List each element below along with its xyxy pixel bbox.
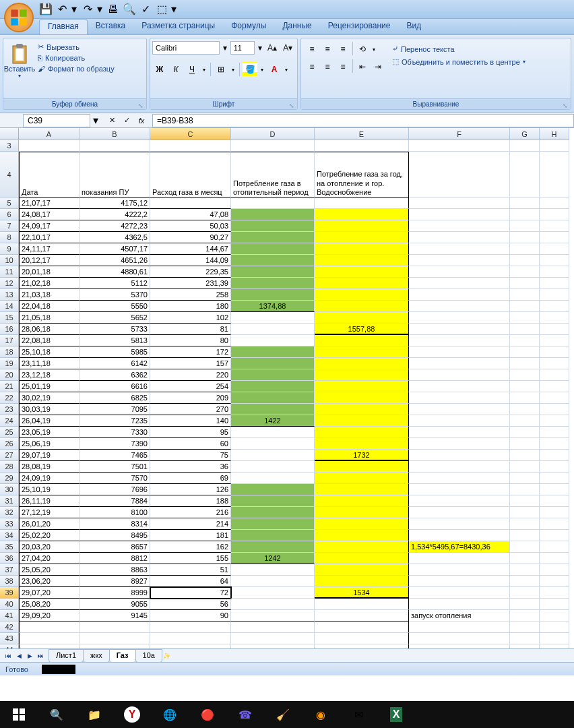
cell[interactable] [231, 232, 315, 243]
cell[interactable]: 95 [150, 427, 231, 438]
cell[interactable] [231, 633, 315, 644]
cell[interactable] [315, 644, 409, 648]
cell[interactable] [315, 209, 409, 220]
cell[interactable] [231, 243, 315, 255]
font-size-dd[interactable]: ▾ [256, 40, 264, 55]
cell[interactable] [315, 564, 409, 576]
cell[interactable]: 9055 [79, 599, 150, 610]
cell[interactable]: 72 [150, 587, 231, 599]
col-header[interactable]: A [19, 128, 79, 140]
row-header[interactable]: 42 [0, 621, 19, 633]
row-header[interactable]: 12 [0, 278, 19, 289]
row-header[interactable]: 8 [0, 232, 19, 243]
cell[interactable] [315, 610, 409, 621]
cell[interactable] [79, 140, 150, 152]
row-header[interactable]: 6 [0, 209, 19, 220]
cell[interactable]: 25,05,20 [19, 564, 79, 576]
cell[interactable] [409, 209, 510, 220]
bold-button[interactable]: Ж [152, 62, 167, 77]
cell[interactable] [540, 381, 569, 392]
dialog-launcher-icon[interactable]: ⤡ [561, 100, 569, 109]
cell[interactable]: 7095 [79, 404, 150, 415]
qat-sort[interactable]: ⬚ [155, 3, 168, 16]
cell[interactable] [540, 633, 569, 644]
browser-button[interactable]: 🌐 [159, 704, 181, 725]
cell[interactable]: 5733 [79, 324, 150, 335]
cell[interactable] [510, 427, 540, 438]
cell[interactable] [409, 392, 510, 404]
cell[interactable] [510, 576, 540, 587]
cell[interactable] [79, 644, 150, 648]
cell[interactable]: 21,05,18 [19, 312, 79, 324]
qat-preview[interactable]: 🔍 [123, 3, 136, 16]
cell[interactable] [540, 576, 569, 587]
row-header[interactable]: 34 [0, 530, 19, 541]
cell[interactable]: 29,07,19 [19, 450, 79, 461]
cell[interactable] [150, 198, 231, 209]
underline-button[interactable]: Ч [185, 62, 199, 77]
mail-button[interactable]: ✉ [348, 704, 369, 725]
cell[interactable] [231, 587, 315, 599]
cell[interactable] [150, 633, 231, 644]
cell[interactable] [409, 518, 510, 530]
cell[interactable]: запуск отопления [409, 610, 510, 621]
spreadsheet-grid[interactable]: ABCDEFGH34Датапоказания ПУРасход газа в … [0, 128, 574, 648]
col-header[interactable]: H [540, 128, 569, 140]
cell[interactable] [231, 312, 315, 324]
cell[interactable]: 56 [150, 599, 231, 610]
cell[interactable] [540, 553, 569, 564]
cell[interactable]: 5370 [79, 289, 150, 301]
excel-button[interactable]: X [385, 704, 407, 725]
cell[interactable]: 180 [150, 301, 231, 312]
row-header[interactable]: 40 [0, 599, 19, 610]
row-header[interactable]: 17 [0, 335, 19, 346]
cell[interactable] [231, 289, 315, 301]
tab-Формулы[interactable]: Формулы [223, 19, 274, 34]
cell[interactable]: 1242 [231, 553, 315, 564]
cell[interactable] [540, 255, 569, 266]
cell[interactable] [540, 346, 569, 358]
cell[interactable] [409, 404, 510, 415]
cell[interactable]: 1422 [231, 415, 315, 427]
cell[interactable] [540, 198, 569, 209]
cell[interactable] [409, 301, 510, 312]
cell[interactable] [540, 518, 569, 530]
cell[interactable]: Потребление газа за год, на отопление и … [315, 152, 409, 198]
cell[interactable] [79, 633, 150, 644]
wrap-text-button[interactable]: ⤶Перенос текста [389, 43, 528, 55]
cell[interactable] [231, 140, 315, 152]
cell[interactable]: 20,01,18 [19, 266, 79, 278]
cell[interactable] [231, 507, 315, 518]
cell[interactable] [409, 507, 510, 518]
cell[interactable] [540, 541, 569, 553]
cell[interactable]: 27,12,19 [19, 507, 79, 518]
row-header[interactable]: 19 [0, 358, 19, 369]
cell[interactable] [409, 312, 510, 324]
cell[interactable]: 126 [150, 484, 231, 495]
cell[interactable]: 69 [150, 473, 231, 484]
fill-color-button[interactable]: 🪣 [243, 62, 257, 77]
cell[interactable] [231, 450, 315, 461]
cell[interactable] [510, 599, 540, 610]
cell[interactable] [510, 140, 540, 152]
cell[interactable] [315, 427, 409, 438]
cell[interactable]: 26,11,19 [19, 495, 79, 507]
cell[interactable] [231, 392, 315, 404]
cell[interactable] [231, 335, 315, 346]
align-top-button[interactable]: ≡ [305, 42, 319, 57]
cell[interactable] [510, 392, 540, 404]
cell[interactable]: 1,534*5495,67=8430,36 [409, 541, 510, 553]
row-header[interactable]: 37 [0, 564, 19, 576]
orientation-dd[interactable]: ▾ [371, 42, 377, 57]
cell[interactable] [409, 140, 510, 152]
cell[interactable]: 4362,5 [79, 232, 150, 243]
cell[interactable] [510, 266, 540, 278]
cell[interactable] [510, 335, 540, 346]
cell[interactable] [19, 644, 79, 648]
cell[interactable] [150, 644, 231, 648]
cell[interactable]: 64 [150, 576, 231, 587]
search-button[interactable]: 🔍 [46, 704, 67, 725]
cell[interactable] [409, 232, 510, 243]
dialog-launcher-icon[interactable]: ⤡ [137, 100, 145, 109]
cell[interactable] [540, 335, 569, 346]
